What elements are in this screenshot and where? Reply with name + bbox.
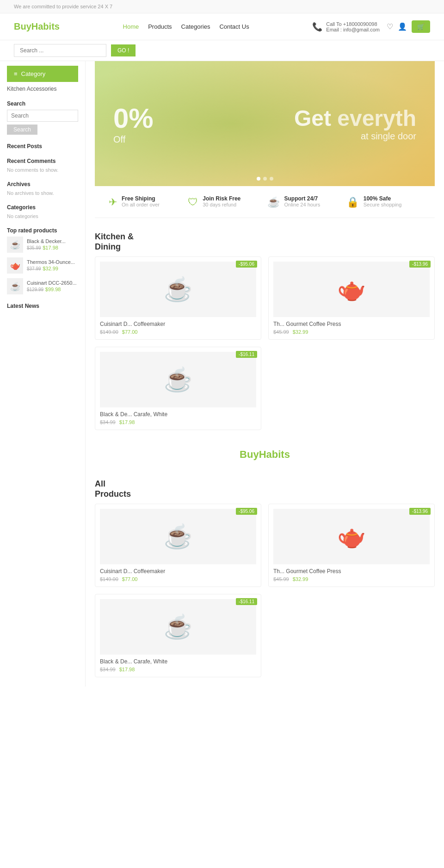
top-rated-label: Top rated products — [7, 227, 78, 234]
kitchen-product-3-new-price: $17.98 — [119, 419, 135, 425]
main-layout: ≡ Category Kitchen Accessories Search Se… — [0, 61, 444, 687]
phone-icon: 📞 — [312, 22, 322, 32]
all-product-1-image: ☕ — [100, 509, 256, 564]
all-products-grid: -$95.06 ☕ Cuisinart D... Coffeemaker $14… — [95, 504, 435, 677]
rated-product-1-price-new: $17.98 — [43, 245, 58, 250]
hero-right: Get everyth at single door — [265, 92, 435, 156]
kitchen-product-3-name: Black & De... Carafe, White — [100, 411, 256, 418]
all-product-1[interactable]: -$95.06 ☕ Cuisinart D... Coffeemaker $14… — [95, 504, 261, 587]
hero-dot-3[interactable] — [270, 177, 273, 181]
kitchen-product-1-image: ☕ — [100, 262, 256, 317]
all-products-heading: All Products — [95, 470, 435, 504]
shipping-icon: ✈ — [109, 196, 117, 208]
all-products-heading-line2: Products — [95, 489, 131, 499]
hero-left: 0% Off — [95, 88, 265, 159]
archives-empty: No archives to show. — [7, 190, 78, 196]
risk-icon: 🛡 — [188, 196, 198, 208]
hero-dot-1[interactable] — [257, 177, 260, 181]
feature-safe-sub: Secure shopping — [364, 202, 402, 207]
category-icon: ≡ — [14, 70, 18, 77]
all-product-2-old-price: $45.99 — [273, 576, 289, 582]
center-logo-habits: Habits — [259, 449, 290, 460]
sidebar-kitchen-link[interactable]: Kitchen Accessories — [7, 86, 78, 92]
main-right-content: 0% Off Get everyth at single door ✈ — [86, 61, 444, 687]
sidebar-search-label: Search — [7, 100, 78, 107]
all-product-3-name: Black & De... Carafe, White — [100, 658, 256, 665]
rated-product-2-price-new: $32.99 — [43, 266, 58, 271]
center-logo: BuyHabits — [95, 439, 435, 470]
topbar-message: We are committed to provide service 24 X… — [14, 4, 112, 9]
hero-off: Off — [113, 134, 247, 145]
kitchen-product-3-image: ☕ — [100, 352, 256, 407]
feature-safe-info: 100% Safe Secure shopping — [364, 195, 402, 207]
kitchen-product-3[interactable]: -$16.11 ☕ Black & De... Carafe, White $3… — [95, 347, 261, 430]
sidebar-search-input[interactable] — [7, 110, 78, 122]
hero-get: Get everyth — [284, 106, 417, 131]
hero-dot-2[interactable] — [263, 177, 267, 181]
nav-contact[interactable]: Contact Us — [219, 23, 249, 30]
rated-product-3-image: ☕ — [7, 278, 23, 294]
all-product-3[interactable]: -$16.11 ☕ Black & De... Carafe, White $3… — [95, 594, 261, 677]
kitchen-product-2-prices: $45.99 $32.99 — [273, 329, 430, 335]
top-rated-products: ☕ Black & Decker... $35.99 $17.98 🫖 Ther… — [7, 237, 78, 294]
kitchen-product-1-name: Cuisinart D... Coffeemaker — [100, 321, 256, 327]
all-product-3-old-price: $34.99 — [100, 667, 116, 672]
all-product-1-badge: -$95.06 — [236, 508, 257, 515]
main-nav: Home Products Categories Contact Us — [123, 23, 249, 30]
header-icons: ♡ 👤 🛒 — [387, 20, 430, 33]
all-product-2-image: 🫖 — [273, 509, 430, 564]
hero-percent: 0% — [113, 102, 247, 134]
categories-empty: No categories — [7, 213, 78, 219]
contact-info: Call To +18000090098 Email : info@gmail.… — [326, 21, 380, 32]
all-product-2-new-price: $32.99 — [293, 576, 308, 582]
recent-comments-empty: No comments to show. — [7, 167, 78, 173]
all-products-heading-line1: All — [95, 479, 105, 488]
feature-support-info: Support 24/7 Online 24 hours — [284, 195, 321, 207]
latest-news-label: Latest News — [7, 303, 78, 309]
header-right: 📞 Call To +18000090098 Email : info@gmai… — [312, 20, 430, 33]
header-contact: 📞 Call To +18000090098 Email : info@gmai… — [312, 21, 380, 32]
rated-product-3: ☕ Cuisinart DCC-2650... $129.99 $99.98 — [7, 278, 78, 294]
hero-get-text: Get — [294, 106, 331, 131]
wishlist-button[interactable]: ♡ — [387, 22, 393, 31]
feature-shipping-sub: On all order over — [122, 202, 160, 207]
kitchen-heading: Kitchen & Dining — [95, 223, 435, 256]
nav-home[interactable]: Home — [123, 23, 139, 30]
kitchen-product-2-name: Th... Gourmet Coffee Press — [273, 321, 430, 327]
category-button[interactable]: ≡ Category — [7, 66, 78, 82]
nav-categories[interactable]: Categories — [181, 23, 210, 30]
kitchen-product-1[interactable]: -$95.06 ☕ Cuisinart D... Coffeemaker $14… — [95, 256, 261, 340]
kitchen-product-1-new-price: $77.00 — [122, 329, 138, 335]
all-product-3-prices: $34.99 $17.98 — [100, 667, 256, 672]
contact-email: Email : info@gmail.com — [326, 27, 380, 32]
header: BuyHabits Home Products Categories Conta… — [0, 13, 444, 40]
all-product-2-name: Th... Gourmet Coffee Press — [273, 568, 430, 575]
recent-comments-label: Recent Comments — [7, 158, 78, 164]
search-input[interactable] — [14, 44, 106, 57]
rated-product-3-name: Cuisinart DCC-2650... — [27, 280, 77, 286]
feature-support: ☕ Support 24/7 Online 24 hours — [267, 195, 342, 208]
recent-posts-label: Recent Posts — [7, 143, 78, 150]
kitchen-product-3-old-price: $34.99 — [100, 419, 116, 425]
search-area: GO ! — [0, 40, 444, 61]
nav-products[interactable]: Products — [148, 23, 172, 30]
all-product-2[interactable]: -$13.96 🫖 Th... Gourmet Coffee Press $45… — [268, 504, 435, 587]
search-go-button[interactable]: GO ! — [111, 44, 136, 56]
cart-button[interactable]: 🛒 — [412, 20, 430, 33]
all-product-1-name: Cuisinart D... Coffeemaker — [100, 568, 256, 575]
feature-safe-title: 100% Safe — [364, 195, 402, 202]
features-strip: ✈ Free Shiping On all order over 🛡 Join … — [95, 186, 435, 218]
categories-label: Categories — [7, 204, 78, 211]
rated-product-1-info: Black & Decker... $35.99 $17.98 — [27, 238, 66, 251]
rated-product-2-price-old: $37.99 — [27, 266, 41, 271]
rated-product-3-price-new: $99.98 — [45, 287, 61, 292]
kitchen-product-2-image: 🫖 — [273, 262, 430, 317]
kitchen-product-2[interactable]: -$13.96 🫖 Th... Gourmet Coffee Press $45… — [268, 256, 435, 340]
rated-product-3-info: Cuisinart DCC-2650... $129.99 $99.98 — [27, 280, 77, 293]
hero-single-door: at single door — [284, 131, 417, 142]
account-button[interactable]: 👤 — [398, 22, 407, 31]
rated-product-1-price-old: $35.99 — [27, 245, 41, 250]
logo-buy: Buy — [14, 21, 31, 32]
safe-icon: 🔒 — [346, 196, 359, 208]
sidebar-search-button[interactable]: Search — [7, 125, 37, 135]
